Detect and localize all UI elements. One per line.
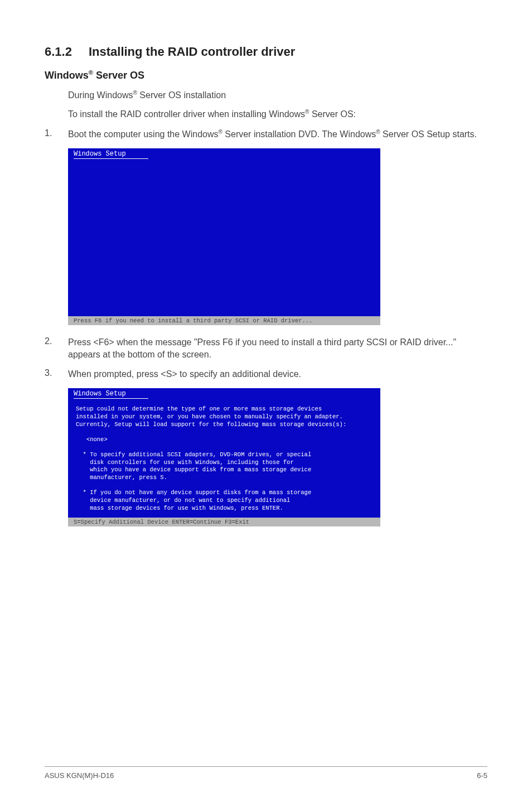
- step-2: 2. Press <F6> when the message "Press F6…: [45, 336, 487, 360]
- intro-text: Server OS:: [309, 109, 356, 119]
- setup-body-empty: [68, 160, 380, 316]
- setup-title-bar: Windows Setup: [68, 148, 380, 160]
- step-text: Press <F6> when the message "Press F6 if…: [68, 336, 487, 360]
- footer-right: 6-5: [477, 771, 487, 780]
- windows-setup-screenshot-1: Windows Setup Press F6 if you need to in…: [68, 148, 380, 325]
- step-number: 3.: [45, 368, 68, 380]
- registered-symbol: ®: [133, 90, 137, 96]
- windows-setup-screenshot-2: Windows Setup Setup could not determine …: [68, 388, 380, 526]
- setup-title-text: Windows Setup: [74, 390, 148, 399]
- step-3: 3. When prompted, press <S> to specify a…: [45, 368, 487, 380]
- intro-text: Server OS installation: [137, 90, 226, 100]
- step-text-part: Server installation DVD. The Windows: [223, 129, 376, 139]
- section-number: 6.1.2: [45, 45, 72, 59]
- step-1: 1. Boot the computer using the Windows® …: [45, 128, 487, 141]
- registered-symbol: ®: [376, 129, 380, 135]
- intro-text: During Windows: [68, 90, 133, 100]
- setup-title-bar: Windows Setup: [68, 388, 380, 400]
- sub-heading-prefix: Windows: [45, 70, 89, 81]
- step-text: When prompted, press <S> to specify an a…: [68, 368, 301, 380]
- step-number: 2.: [45, 336, 68, 360]
- section-title: Installing the RAID controller driver: [89, 45, 295, 59]
- registered-symbol: ®: [89, 69, 93, 76]
- sub-heading: Windows® Server OS: [45, 69, 487, 81]
- step-text-part: Boot the computer using the Windows: [68, 129, 218, 139]
- intro-line-1: During Windows® Server OS installation: [68, 89, 487, 102]
- step-text-part: Server OS Setup starts.: [380, 129, 477, 139]
- intro-line-2: To install the RAID controller driver wh…: [68, 108, 487, 120]
- setup-body-text: Setup could not determine the type of on…: [68, 400, 380, 518]
- footer-left: ASUS KGN(M)H-D16: [45, 771, 114, 780]
- sub-heading-suffix: Server OS: [93, 70, 144, 81]
- step-number: 1.: [45, 128, 68, 141]
- page-footer: ASUS KGN(M)H-D16 6-5: [45, 766, 487, 780]
- setup-status-bar: Press F6 if you need to install a third …: [68, 316, 380, 325]
- setup-title-text: Windows Setup: [74, 150, 148, 159]
- registered-symbol: ®: [218, 129, 222, 135]
- step-text: Boot the computer using the Windows® Ser…: [68, 128, 477, 141]
- section-heading: 6.1.2Installing the RAID controller driv…: [45, 45, 487, 59]
- setup-status-bar: S=Specify Additional Device ENTER=Contin…: [68, 518, 380, 526]
- intro-text: To install the RAID controller driver wh…: [68, 109, 305, 119]
